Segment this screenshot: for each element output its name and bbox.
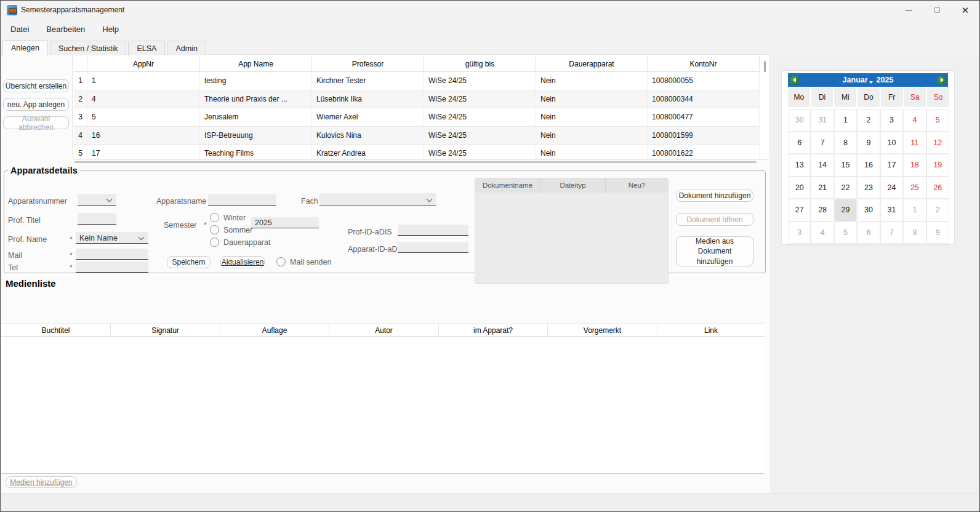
header-dokumentname[interactable]: Dokumentname: [475, 178, 540, 193]
calendar-day[interactable]: 19: [926, 154, 949, 177]
table-row[interactable]: 2 4 Theorie und Praxis der ... Lüsebrink…: [74, 90, 760, 109]
minimize-button[interactable]: [894, 1, 923, 19]
header-link[interactable]: Link: [657, 324, 765, 337]
table-vertical-scrollbar[interactable]: [764, 61, 766, 72]
medien-hinzufuegen-button[interactable]: Medien hinzufügen: [6, 476, 77, 488]
calendar-day[interactable]: 26: [926, 177, 949, 199]
header-auflage[interactable]: Auflage: [220, 324, 329, 337]
fach-dropdown[interactable]: [319, 193, 436, 206]
header-dauerapparat[interactable]: Dauerapparat: [536, 56, 648, 72]
medien-aus-dokument-button[interactable]: Medien aus Dokument hinzufügen: [676, 236, 753, 266]
apparat-id-adis-field[interactable]: [398, 242, 468, 253]
menu-datei[interactable]: Datei: [10, 25, 29, 34]
calendar-day[interactable]: 15: [834, 154, 857, 177]
calendar-day[interactable]: 4: [811, 222, 833, 244]
calendar-day[interactable]: 17: [880, 154, 903, 177]
calendar-day[interactable]: 1: [834, 109, 857, 132]
apparatsnummer-dropdown[interactable]: [78, 194, 116, 206]
calendar-day[interactable]: 4: [903, 109, 926, 132]
header-gueltig-bis[interactable]: gültig bis: [424, 56, 536, 72]
year-field[interactable]: 2025: [251, 217, 319, 228]
tab-admin[interactable]: Admin: [167, 41, 206, 55]
calendar-day[interactable]: 10: [880, 132, 903, 154]
calendar-title[interactable]: Januar2025: [801, 76, 935, 84]
calendar-day[interactable]: 3: [880, 109, 903, 132]
header-vorgemerkt[interactable]: Vorgemerkt: [548, 324, 657, 337]
calendar-day[interactable]: 8: [834, 132, 857, 154]
calendar-day[interactable]: 1: [903, 199, 926, 222]
maximize-button[interactable]: [923, 1, 951, 19]
calendar-next-button[interactable]: [937, 76, 946, 85]
header-kontonr[interactable]: KontoNr: [648, 56, 760, 72]
menu-help[interactable]: Help: [102, 25, 119, 34]
header-appnr[interactable]: AppNr: [87, 56, 200, 72]
calendar-day[interactable]: 21: [811, 177, 833, 199]
header-app-name[interactable]: App Name: [200, 56, 312, 72]
mail-senden-checkbox[interactable]: [276, 257, 286, 266]
prof-titel-field[interactable]: [78, 213, 116, 225]
calendar-day[interactable]: 24: [880, 177, 903, 199]
menu-bearbeiten[interactable]: Bearbeiten: [46, 25, 85, 34]
table-row[interactable]: 3 5 Jerusalem Wiemer Axel WiSe 24/25 Nei…: [74, 108, 760, 127]
calendar-day[interactable]: 7: [811, 132, 833, 154]
tab-suchen-statistik[interactable]: Suchen / Statistik: [50, 41, 127, 55]
header-buchtitel[interactable]: Buchtitel: [1, 324, 111, 337]
table-row[interactable]: 4 16 ISP-Betreuung Kulovics Nina WiSe 24…: [74, 127, 760, 145]
tab-anlegen[interactable]: Anlegen: [2, 40, 48, 55]
resize-grip[interactable]: [974, 506, 976, 508]
calendar-day[interactable]: 9: [857, 132, 880, 154]
dokument-hinzufuegen-button[interactable]: Dokument hinzufügen: [676, 190, 753, 202]
aktualisieren-button[interactable]: Aktualisieren: [220, 256, 265, 268]
apparatsname-field[interactable]: [208, 194, 276, 206]
calendar-day[interactable]: 3: [788, 222, 811, 244]
calendar-day-selected[interactable]: 29: [834, 199, 857, 222]
auswahl-abbrechen-button[interactable]: Auswahl abbrechen: [3, 116, 69, 129]
calendar-day[interactable]: 30: [788, 109, 811, 132]
prof-name-dropdown[interactable]: Kein Name: [76, 232, 148, 244]
calendar-day[interactable]: 18: [903, 154, 926, 177]
table-row[interactable]: 5 17 Teaching Films Kratzer Andrea WiSe …: [74, 145, 760, 159]
calendar-prev-button[interactable]: [790, 76, 799, 85]
calendar-day[interactable]: 23: [857, 177, 880, 199]
calendar-month[interactable]: Januar: [843, 76, 868, 84]
sommer-radio[interactable]: [210, 225, 219, 234]
neu-app-anlegen-button[interactable]: neu. App anlegen: [3, 98, 69, 111]
header-signatur[interactable]: Signatur: [111, 324, 220, 337]
dokument-oeffnen-button[interactable]: Dokument öffnen: [676, 213, 753, 226]
header-im-apparat[interactable]: im Apparat?: [439, 324, 548, 337]
mail-field[interactable]: [76, 249, 148, 260]
header-autor[interactable]: Autor: [329, 324, 439, 337]
calendar-day[interactable]: 27: [788, 199, 811, 222]
calendar-day[interactable]: 2: [926, 199, 949, 222]
header-dateityp[interactable]: Dateityp: [540, 178, 606, 193]
dauerapparat-radio[interactable]: [210, 238, 219, 247]
calendar-year[interactable]: 2025: [877, 76, 894, 84]
header-professor[interactable]: Professor: [312, 56, 424, 72]
calendar-day[interactable]: 31: [880, 199, 903, 222]
tel-field[interactable]: [76, 262, 148, 273]
calendar-day[interactable]: 6: [788, 132, 811, 154]
calendar-day[interactable]: 12: [926, 132, 949, 154]
calendar-day[interactable]: 7: [880, 222, 903, 244]
table-row[interactable]: 1 1 testing Kirchner Tester WiSe 24/25 N…: [74, 72, 760, 90]
calendar-day[interactable]: 5: [834, 222, 857, 244]
calendar-day[interactable]: 8: [903, 222, 926, 244]
calendar-day[interactable]: 22: [834, 177, 857, 199]
calendar-day[interactable]: 13: [788, 154, 811, 177]
calendar-day[interactable]: 30: [857, 199, 880, 222]
calendar-day[interactable]: 5: [926, 109, 949, 132]
calendar-day[interactable]: 6: [857, 222, 880, 244]
speichern-button[interactable]: Speichern: [167, 256, 211, 268]
calendar-day[interactable]: 2: [857, 109, 880, 132]
calendar-day[interactable]: 14: [811, 154, 833, 177]
table-horizontal-scrollbar[interactable]: [74, 161, 757, 163]
calendar-day[interactable]: 11: [903, 132, 926, 154]
winter-radio[interactable]: [210, 213, 219, 222]
prof-id-adis-field[interactable]: [398, 225, 468, 236]
calendar-day[interactable]: 20: [788, 177, 811, 199]
calendar-day[interactable]: 16: [857, 154, 880, 177]
header-neu[interactable]: Neu?: [606, 178, 668, 193]
tab-elsa[interactable]: ELSA: [128, 41, 165, 55]
calendar-day[interactable]: 31: [811, 109, 833, 132]
calendar-day[interactable]: 9: [926, 222, 949, 244]
